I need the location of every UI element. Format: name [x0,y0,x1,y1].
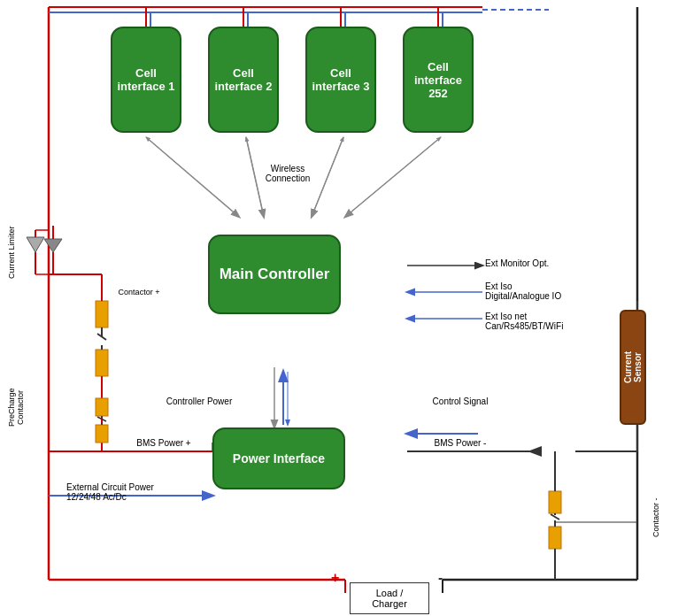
cell-interface-3: Cell interface 3 [305,27,376,133]
current-limiter-label: Current Limiter [7,226,34,279]
external-circuit-label: External Circuit Power12/24/48 Ac/Dc [66,482,208,502]
contactor-plus-label: Contactor + [108,288,170,296]
svg-rect-39 [96,350,108,376]
plus-label: + [331,570,339,586]
cell-interface-2: Cell interface 2 [208,27,279,133]
svg-rect-47 [96,425,108,443]
ext-monitor-label: Ext Monitor Opt. [485,258,600,268]
wireless-connection-label: WirelessConnection [248,164,328,183]
main-controller: Main Controller [208,235,341,314]
ext-iso-net-label: Ext Iso netCan/Rs485/BT/WiFi [485,312,618,331]
minus-label: - [438,570,443,586]
contactor-minus-label: Contactor - [651,482,678,553]
load-charger-box: Load /Charger [350,582,429,614]
svg-rect-38 [96,301,108,327]
diagram-container: Cell interface 1 Cell interface 2 Cell i… [0,0,686,616]
controller-power-label: Controller Power [155,397,243,406]
bms-power-plus-label: BMS Power + [115,438,212,448]
ext-iso-label: Ext IsoDigital/Analogue IO [485,281,609,301]
svg-rect-60 [549,491,561,513]
svg-rect-46 [96,398,108,416]
control-signal-label: Control Signal [416,397,505,406]
svg-rect-61 [549,527,561,549]
cell-interface-252: Cell interface 252 [403,27,474,133]
current-sensor: CurrentSensor [620,310,646,425]
cell-interface-1: Cell interface 1 [111,27,181,133]
svg-line-19 [146,137,239,217]
power-interface: Power Interface [212,427,345,489]
svg-marker-51 [44,239,62,252]
svg-line-22 [345,137,441,217]
precharge-contactor-label: PreCharge Contactor [7,372,34,443]
bms-power-minus-label: BMS Power - [412,438,509,448]
